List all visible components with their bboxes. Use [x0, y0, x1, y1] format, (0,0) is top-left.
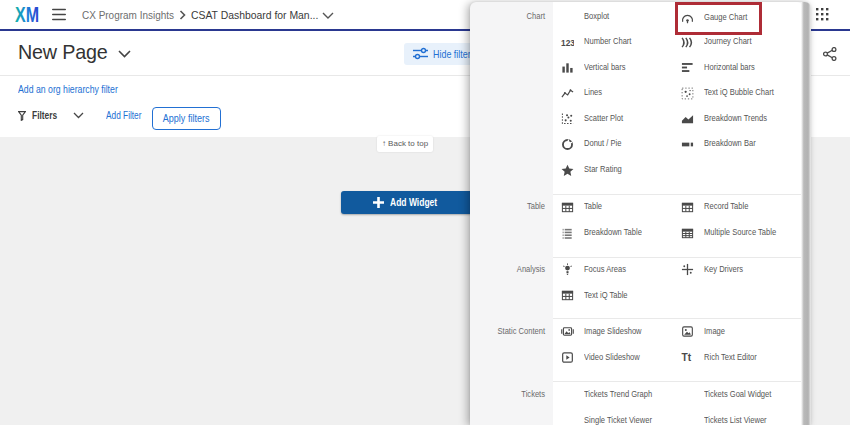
svg-text:Tt: Tt: [681, 352, 691, 363]
svg-text:123: 123: [561, 37, 574, 47]
svg-text:XM: XM: [15, 4, 39, 24]
